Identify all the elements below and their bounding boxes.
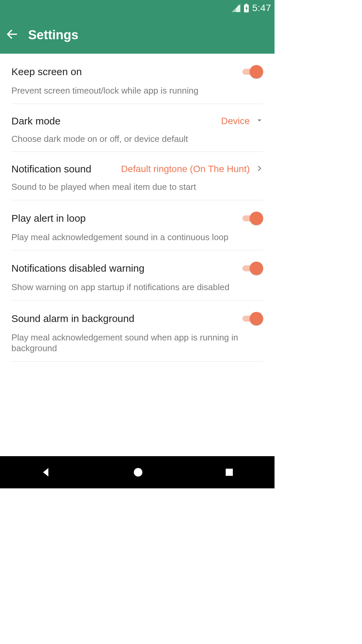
setting-title: Notifications disabled warning: [11, 263, 144, 274]
page-title: Settings: [28, 28, 78, 42]
setting-notification-sound[interactable]: Notification sound Default ringtone (On …: [11, 152, 263, 200]
system-nav-bar: [0, 456, 275, 488]
svg-text:x: x: [237, 4, 240, 8]
svg-rect-1: [245, 4, 247, 5]
setting-title: Notification sound: [11, 163, 91, 175]
toggle-play-alert-loop[interactable]: [242, 212, 263, 225]
setting-keep-screen-on[interactable]: Keep screen on Prevent screen timeout/lo…: [11, 54, 263, 104]
setting-subtitle: Play meal acknowledgement sound in a con…: [11, 232, 263, 243]
setting-subtitle: Play meal acknowledgement sound when app…: [11, 332, 263, 354]
svg-rect-5: [226, 469, 233, 476]
status-clock: 5:47: [252, 3, 272, 13]
toggle-sound-alarm-background[interactable]: [242, 312, 263, 325]
setting-sound-alarm-background[interactable]: Sound alarm in background Play meal ackn…: [11, 301, 263, 362]
toggle-notifications-disabled-warning[interactable]: [242, 262, 263, 275]
setting-subtitle: Prevent screen timeout/lock while app is…: [11, 85, 263, 96]
status-bar: x 5:47: [0, 0, 275, 16]
setting-subtitle: Show warning on app startup if notificat…: [11, 282, 263, 293]
battery-charging-icon: [244, 4, 249, 12]
nav-back-icon[interactable]: [40, 466, 53, 479]
setting-title: Keep screen on: [11, 66, 82, 77]
setting-subtitle: Choose dark mode on or off, or device de…: [11, 133, 263, 145]
notification-sound-link[interactable]: Default ringtone (On The Hunt): [121, 164, 263, 174]
caret-down-icon: [256, 116, 263, 126]
settings-list[interactable]: Keep screen on Prevent screen timeout/lo…: [0, 54, 275, 456]
toggle-keep-screen-on[interactable]: [242, 65, 263, 78]
svg-point-4: [134, 468, 143, 477]
notification-sound-value: Default ringtone (On The Hunt): [121, 164, 250, 174]
setting-subtitle: Sound to be played when meal item due to…: [11, 181, 263, 193]
app-bar: Settings: [0, 16, 275, 54]
back-icon[interactable]: [5, 28, 19, 42]
setting-title: Play alert in loop: [11, 213, 86, 224]
setting-notifications-disabled-warning[interactable]: Notifications disabled warning Show warn…: [11, 250, 263, 301]
setting-title: Sound alarm in background: [11, 313, 134, 324]
chevron-right-icon: [256, 164, 263, 174]
dark-mode-value: Device: [221, 116, 250, 126]
setting-title: Dark mode: [11, 115, 61, 127]
nav-home-icon[interactable]: [132, 467, 144, 478]
nav-recent-icon[interactable]: [224, 467, 235, 478]
setting-play-alert-loop[interactable]: Play alert in loop Play meal acknowledge…: [11, 200, 263, 251]
dark-mode-dropdown[interactable]: Device: [221, 116, 263, 126]
setting-dark-mode[interactable]: Dark mode Device Choose dark mode on or …: [11, 104, 263, 152]
signal-icon: x: [232, 4, 240, 12]
screen: x 5:47 Settings Keep screen on: [0, 0, 275, 488]
